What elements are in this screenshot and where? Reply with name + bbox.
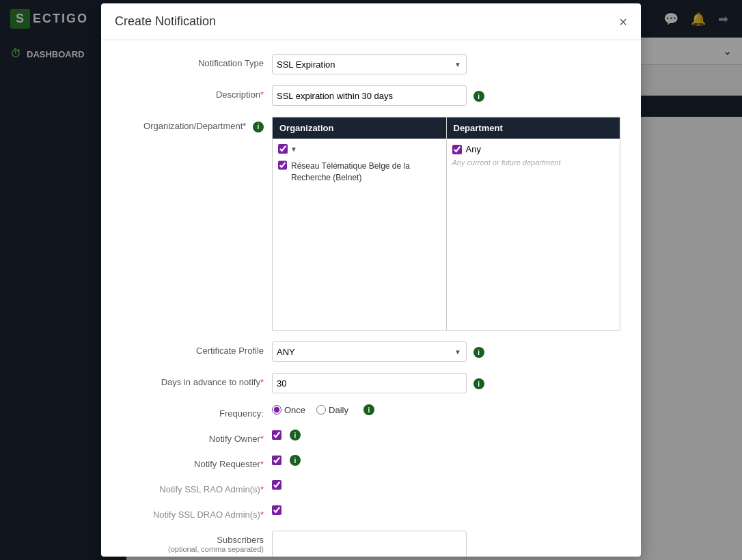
description-row: Description* i [122, 85, 620, 106]
frequency-control: Once Daily i [272, 404, 620, 415]
subscribers-control: i [272, 531, 620, 557]
dept-any-checkbox[interactable] [452, 145, 462, 154]
notify-requester-checkbox-row: i [272, 455, 620, 466]
frequency-daily-option: Daily [316, 405, 348, 415]
notify-owner-control: i [272, 430, 620, 440]
subscribers-label: Subscribers (optional, comma separated) [122, 531, 272, 553]
notify-ssl-rao-required: * [260, 484, 264, 494]
cert-profile-label: Certificate Profile [122, 341, 272, 356]
modal-close-button[interactable]: × [619, 15, 627, 29]
notify-requester-label: Notify Requester* [122, 455, 272, 469]
notify-ssl-drao-control [272, 505, 620, 517]
frequency-options: Once Daily i [272, 404, 620, 415]
org-dept-label: Organization/Department* i [122, 117, 272, 132]
dept-placeholder: Any current or future department [452, 158, 615, 167]
dept-panel-header: Department [447, 117, 620, 139]
frequency-once-radio[interactable] [272, 405, 281, 415]
subscribers-optional-label: (optional, comma separated) [122, 545, 264, 553]
notification-type-row: Notification Type SSL Expiration ▼ [122, 54, 620, 74]
notify-requester-row: Notify Requester* i [122, 455, 620, 469]
description-input[interactable] [272, 85, 467, 106]
frequency-once-label: Once [284, 405, 305, 415]
notify-ssl-drao-required: * [260, 509, 264, 520]
org-panel-body: ▼ Réseau Télématique Belge de la Recherc… [273, 139, 446, 330]
department-panel: Department Any Any current or future dep… [447, 117, 620, 330]
notify-requester-checkbox[interactable] [272, 456, 281, 465]
notification-type-wrapper: SSL Expiration ▼ [272, 54, 467, 74]
modal-overlay: Create Notification × Notification Type … [0, 0, 742, 560]
modal-title: Create Notification [115, 14, 216, 29]
notify-requester-required: * [260, 459, 264, 469]
notify-ssl-rao-checkbox[interactable] [272, 480, 281, 490]
cert-profile-wrapper: ANY ▼ [272, 341, 467, 362]
days-advance-info-icon[interactable]: i [473, 378, 484, 389]
org-dept-panels: Organization ▼ Réseau Télématique Belge … [272, 117, 620, 331]
description-info-icon[interactable]: i [473, 91, 484, 102]
days-required: * [260, 377, 264, 387]
frequency-daily-label: Daily [329, 405, 348, 415]
notification-type-label: Notification Type [122, 54, 272, 68]
days-advance-row: Days in advance to notify* i [122, 373, 620, 393]
dept-panel-body: Any Any current or future department [447, 139, 620, 330]
notify-ssl-drao-row: Notify SSL DRAO Admin(s)* [122, 505, 620, 520]
notify-ssl-drao-checkbox[interactable] [272, 505, 281, 515]
notify-owner-required: * [260, 434, 264, 444]
notify-owner-row: Notify Owner* i [122, 430, 620, 444]
description-control: i [272, 85, 620, 106]
notify-owner-label: Notify Owner* [122, 430, 272, 444]
days-advance-input[interactable] [272, 373, 467, 393]
notify-owner-info-icon[interactable]: i [290, 430, 301, 440]
frequency-daily-radio[interactable] [316, 405, 326, 415]
notify-requester-info-icon[interactable]: i [290, 455, 301, 466]
days-advance-control: i [272, 373, 620, 393]
modal-header: Create Notification × [101, 3, 641, 40]
notify-ssl-rao-row: Notify SSL RAO Admin(s)* [122, 480, 620, 494]
dept-any-label: Any [466, 144, 481, 154]
days-advance-label: Days in advance to notify* [122, 373, 272, 387]
org-item-label: Réseau Télématique Belge de la Recherche… [291, 160, 441, 184]
notification-type-control: SSL Expiration ▼ [272, 54, 620, 74]
notification-type-select[interactable]: SSL Expiration [272, 54, 467, 74]
notify-ssl-rao-label: Notify SSL RAO Admin(s)* [122, 480, 272, 494]
org-dept-info-icon[interactable]: i [253, 122, 264, 132]
description-required: * [260, 89, 264, 100]
org-item-checkbox[interactable] [278, 160, 287, 170]
org-select-all-row: ▼ [278, 144, 441, 154]
org-select-all-checkbox[interactable] [278, 144, 288, 154]
frequency-info-icon[interactable]: i [363, 404, 374, 415]
frequency-once-option: Once [272, 405, 305, 415]
organization-panel: Organization ▼ Réseau Télématique Belge … [273, 117, 447, 330]
cert-profile-control: ANY ▼ i [272, 341, 620, 362]
org-dropdown-arrow-icon[interactable]: ▼ [290, 145, 297, 153]
org-dept-required: * [243, 121, 246, 131]
org-panel-header: Organization [273, 117, 446, 139]
subscribers-textarea[interactable] [272, 531, 467, 557]
dept-any-row: Any [452, 144, 615, 154]
notify-requester-control: i [272, 455, 620, 466]
notify-ssl-rao-control [272, 480, 620, 492]
notify-owner-checkbox[interactable] [272, 430, 281, 440]
frequency-label: Frequency: [122, 404, 272, 419]
cert-profile-row: Certificate Profile ANY ▼ i [122, 341, 620, 362]
notify-owner-checkbox-row: i [272, 430, 620, 440]
description-label: Description* [122, 85, 272, 100]
frequency-row: Frequency: Once Daily i [122, 404, 620, 419]
cert-profile-select[interactable]: ANY [272, 341, 467, 362]
modal-body: Notification Type SSL Expiration ▼ Descr… [101, 40, 641, 557]
org-item: Réseau Télématique Belge de la Recherche… [278, 159, 441, 185]
cert-profile-info-icon[interactable]: i [473, 347, 484, 358]
create-notification-modal: Create Notification × Notification Type … [101, 3, 641, 557]
notify-ssl-drao-label: Notify SSL DRAO Admin(s)* [122, 505, 272, 520]
org-dept-row: Organization/Department* i Organization … [122, 117, 620, 331]
subscribers-row: Subscribers (optional, comma separated) … [122, 531, 620, 557]
